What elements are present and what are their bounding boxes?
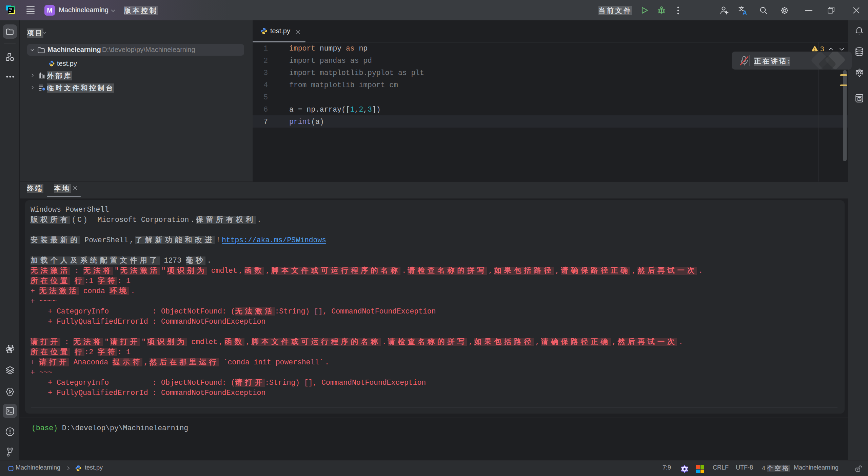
svg-text:A: A xyxy=(859,97,861,101)
svg-text:PC: PC xyxy=(8,7,12,11)
svg-text:A: A xyxy=(743,9,747,15)
